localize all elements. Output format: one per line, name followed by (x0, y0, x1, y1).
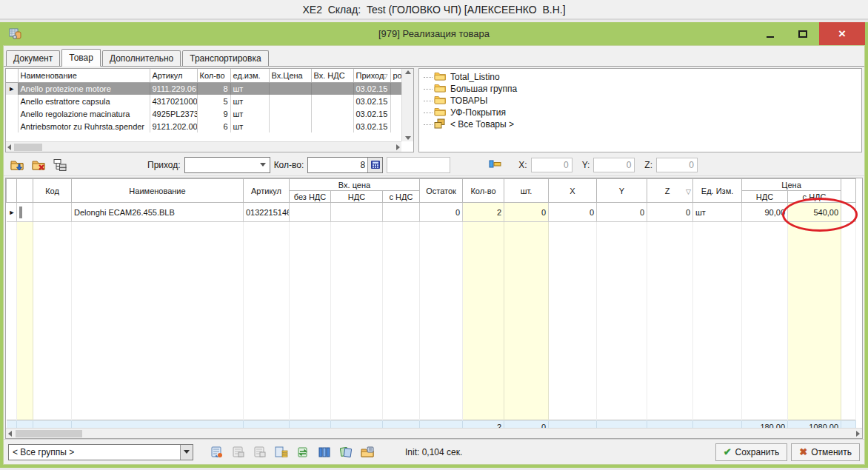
upper-panel: Наименование Артикул Кол-во ед.изм. Вх.Ц… (4, 67, 864, 154)
col-header-z[interactable]: Z▽ (647, 179, 693, 203)
tab-tovar[interactable]: Товар (61, 49, 101, 67)
delete-item-button[interactable] (30, 157, 47, 173)
os-title-text: XE2 Склад: Test (ГОЛОВКО ЧП) [АЛЕКСЕЕНКО… (302, 4, 565, 16)
folder-icon (434, 95, 446, 107)
folder-icon (434, 71, 446, 83)
y-input[interactable]: 0 (593, 158, 635, 172)
qty-input[interactable]: 8 (307, 157, 383, 173)
cross-icon: ✖ (799, 446, 807, 457)
window-titlebar: [979] Реализация товара × (3, 22, 865, 45)
tab-dopolnitelno[interactable]: Дополнительно (102, 50, 181, 66)
scroll-left-icon[interactable] (7, 144, 11, 150)
exchange-button[interactable] (294, 444, 312, 460)
col-header-qty[interactable]: Кол-во (463, 179, 504, 203)
refresh-docs-button[interactable] (337, 444, 355, 460)
col-header-x[interactable]: X (549, 179, 597, 203)
table-row[interactable]: ► Anello protezione motore 9111.229.06 8… (6, 82, 403, 95)
items-horizontal-scrollbar[interactable] (6, 141, 401, 152)
col-header-qty[interactable]: Кол-во (197, 69, 230, 82)
col-header-price-vat[interactable]: НДС (742, 191, 788, 203)
maximize-button[interactable] (787, 22, 819, 45)
col-header-vat[interactable]: НДС (331, 191, 383, 203)
row-checkbox-cell[interactable] (17, 203, 33, 222)
col-header-pcs[interactable]: шт. (504, 179, 549, 203)
tree-item-vse-tovary[interactable]: < Все Товары > (424, 118, 861, 130)
tab-transportirovka[interactable]: Транспортировка (182, 50, 268, 66)
calculator-button[interactable] (367, 158, 382, 172)
table-row[interactable]: Anello regolazione macinatura 4925PL2373… (6, 107, 403, 120)
category-tree: Total_Listino Большая группа ТОВАРЫ УФ-П… (418, 68, 862, 152)
folder-icon (434, 83, 446, 95)
prices-button[interactable] (273, 444, 290, 460)
main-horizontal-scrollbar[interactable] (6, 428, 862, 438)
scroll-left-icon[interactable] (8, 431, 12, 437)
table-row[interactable]: Anello estrattore capsula 4317021000 5 ш… (6, 95, 403, 107)
import-rows-button[interactable] (208, 444, 226, 460)
col-header-y[interactable]: Y (597, 179, 647, 203)
tree-item-uf-pokrytiya[interactable]: УФ-Покрытия (424, 107, 861, 118)
col-header-unit[interactable]: Ед. Изм. (693, 179, 742, 203)
col-header-unit[interactable]: ед.изм. (230, 69, 269, 82)
init-status-text: Init: 0,104 сек. (405, 447, 462, 457)
minimize-button[interactable] (754, 22, 787, 45)
tree-item-bolshaya-gruppa[interactable]: Большая группа (424, 83, 861, 95)
sort-desc-icon: ▽ (686, 188, 691, 195)
col-group-price-in: Вх. цена (290, 179, 420, 191)
save-button[interactable]: ✔ Сохранить (715, 443, 788, 461)
checkbox-column-header[interactable] (17, 179, 33, 203)
table-row[interactable]: Antriebsmotor zu Ruhrsta.spender 9121.20… (6, 120, 403, 132)
dimensions-icon (487, 158, 502, 171)
col-header-price-with-vat[interactable]: с НДС (788, 191, 841, 203)
y-label: Y: (582, 160, 590, 170)
scroll-down-icon[interactable] (405, 136, 411, 140)
col-header-stock[interactable]: Остаток (420, 179, 463, 203)
table-row[interactable]: ► Delonghi ECAM26.455.BLB 0132215146 0 2… (7, 203, 856, 222)
col-header-with-vat[interactable]: с НДС (383, 191, 420, 203)
structure-button[interactable] (51, 157, 69, 173)
filler-header (841, 179, 856, 203)
scrollbar-thumb[interactable] (16, 430, 82, 437)
receipt-combobox[interactable] (184, 157, 270, 173)
dropdown-button[interactable] (180, 445, 193, 460)
tree-item-tovary[interactable]: ТОВАРЫ (424, 95, 861, 107)
col-header-vat-in[interactable]: Вх. НДС (311, 69, 353, 82)
close-button[interactable]: × (819, 22, 865, 45)
columns-button[interactable] (316, 444, 333, 460)
window-title: [979] Реализация товара (3, 28, 865, 39)
tab-bar: Документ Товар Дополнительно Транспортир… (4, 46, 864, 67)
copy-rows-button-disabled (230, 444, 247, 460)
col-header-article[interactable]: Артикул (244, 179, 290, 203)
calc-folder-button[interactable] (358, 444, 376, 460)
scroll-right-icon[interactable] (856, 431, 860, 437)
paste-rows-button-disabled (251, 444, 269, 460)
col-group-price: Цена (742, 179, 841, 191)
add-item-button[interactable] (8, 157, 26, 173)
tab-dokument[interactable]: Документ (6, 50, 60, 66)
folder-delete-icon (31, 158, 46, 172)
col-header-no-vat[interactable]: без НДС (290, 191, 331, 203)
close-icon: × (838, 27, 846, 40)
groups-combobox[interactable]: < Все группы > (8, 444, 193, 460)
col-header-price-in[interactable]: Вх.Цена (269, 69, 311, 82)
structure-icon (53, 158, 67, 171)
current-row-arrow-icon: ► (7, 203, 17, 222)
scroll-right-icon[interactable] (396, 144, 400, 150)
col-header-receipt[interactable]: ▽Приход (353, 69, 390, 82)
scroll-up-icon[interactable] (405, 70, 411, 74)
scrollbar-thumb[interactable] (14, 144, 42, 151)
col-header-name[interactable]: Наименование (72, 179, 244, 203)
folder-icon (434, 107, 446, 118)
os-title-bar: XE2 Склад: Test (ГОЛОВКО ЧП) [АЛЕКСЕЕНКО… (0, 0, 868, 20)
items-vertical-scrollbar[interactable] (401, 69, 413, 141)
z-input[interactable]: 0 (656, 158, 698, 172)
qty-label: Кол-во: (274, 160, 304, 170)
col-header-code[interactable]: Код (33, 179, 72, 203)
cancel-button[interactable]: ✖ Отменить (791, 443, 860, 461)
col-header-name[interactable]: Наименование (18, 69, 150, 82)
col-header-article[interactable]: Артикул (150, 69, 197, 82)
aux-input[interactable] (387, 157, 450, 173)
source-items-grid: Наименование Артикул Кол-во ед.изм. Вх.Ц… (5, 68, 414, 152)
x-input[interactable]: 0 (531, 158, 572, 172)
row-checkbox[interactable] (19, 207, 22, 218)
tree-item-total-listino[interactable]: Total_Listino (424, 71, 861, 83)
